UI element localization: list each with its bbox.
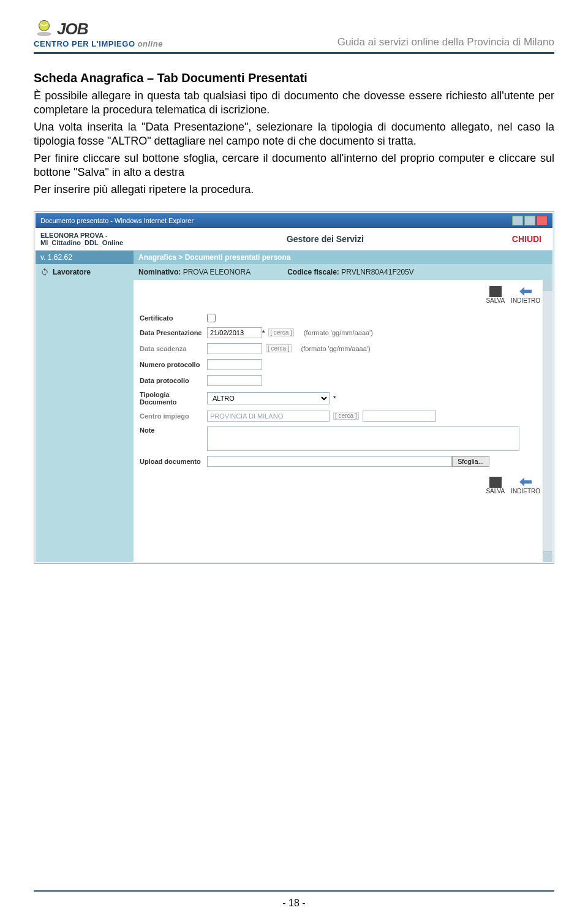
paragraph-2: Una volta inserita la "Data Presentazion… <box>34 120 554 148</box>
data-protocollo-input[interactable] <box>207 375 262 386</box>
close-icon[interactable] <box>537 216 548 226</box>
chiudi-link[interactable]: CHIUDI <box>512 234 548 244</box>
maximize-icon[interactable] <box>524 216 535 226</box>
cerca-button-2[interactable]: [ cerca ] <box>266 344 292 352</box>
required-mark-2: * <box>333 395 336 402</box>
centro-impiego-label: Centro impiego <box>140 412 207 420</box>
required-mark: * <box>262 329 265 336</box>
paragraph-4: Per inserire più allegati ripetere la pr… <box>34 183 554 197</box>
brand-text: JOB <box>57 20 88 39</box>
minimize-icon[interactable] <box>512 216 523 226</box>
user-identity: ELEONORA PROVA - MI_Cittadino_DDL_Online <box>40 232 138 246</box>
form-panel: SALVA INDIETRO Certificato Data Presenta… <box>134 280 552 562</box>
paragraph-1: È possibile allegare in questa tab quals… <box>34 89 554 116</box>
paragraph-3: Per finire cliccare sul bottone sfoglia,… <box>34 151 554 179</box>
app-title: Gestore dei Servizi <box>138 234 512 244</box>
brand-subtext: CENTRO PER L'IMPIEGO online <box>34 39 163 48</box>
logo: JOB CENTRO PER L'IMPIEGO online <box>34 18 163 48</box>
numero-protocollo-label: Numero protocollo <box>140 361 207 368</box>
cerca-button-3[interactable]: [ cerca ] <box>333 412 359 420</box>
embedded-screenshot: Documento presentato - Windows Internet … <box>34 211 554 564</box>
sidebar <box>36 280 134 562</box>
version-label: v. 1.62.62 <box>36 251 134 264</box>
data-presentazione-label: Data Presentazione <box>140 329 207 336</box>
data-presentazione-input[interactable] <box>207 327 262 338</box>
certificato-checkbox[interactable] <box>207 314 216 322</box>
data-protocollo-label: Data protocollo <box>140 377 207 384</box>
section-title: Scheda Anagrafica – Tab Documenti Presen… <box>34 71 554 85</box>
centro-impiego-extra[interactable] <box>363 411 436 422</box>
tipologia-select[interactable]: ALTRO <box>207 392 330 404</box>
salva-button-bottom[interactable]: SALVA <box>486 477 505 495</box>
breadcrumb-row: v. 1.62.62 Anagrafica > Documenti presen… <box>36 251 552 264</box>
note-label: Note <box>140 426 207 434</box>
window-titlebar: Documento presentato - Windows Internet … <box>36 213 552 228</box>
identity-row: Lavoratore Nominativo: PROVA ELEONORA Co… <box>36 264 552 280</box>
lavoratore-tab[interactable]: Lavoratore <box>36 264 134 280</box>
tipologia-label: Tipologia Documento <box>140 391 207 406</box>
header-guide-title: Guida ai servizi online della Provincia … <box>337 36 554 48</box>
cerca-button-1[interactable]: [ cerca ] <box>268 328 294 336</box>
refresh-icon <box>40 268 49 276</box>
data-scadenza-label: Data scadenza <box>140 345 207 352</box>
salva-button-top[interactable]: SALVA <box>486 286 505 304</box>
indietro-button-top[interactable]: INDIETRO <box>511 286 540 304</box>
save-icon <box>489 477 502 488</box>
codice-fiscale-value: PRVLNR80A41F205V <box>341 268 414 276</box>
numero-protocollo-input[interactable] <box>207 359 262 370</box>
upload-path-input[interactable] <box>207 456 452 467</box>
certificato-label: Certificato <box>140 314 207 322</box>
nominativo-value: PROVA ELEONORA <box>183 268 251 276</box>
vertical-scrollbar[interactable] <box>543 280 552 562</box>
tennis-ball-icon <box>34 18 55 39</box>
save-icon <box>489 286 502 297</box>
indietro-button-bottom[interactable]: INDIETRO <box>511 477 540 495</box>
data-scadenza-input[interactable] <box>207 343 262 354</box>
page-number: - 18 - <box>282 898 305 908</box>
note-textarea[interactable] <box>207 426 519 451</box>
centro-impiego-input <box>207 411 330 422</box>
page-header: JOB CENTRO PER L'IMPIEGO online Guida ai… <box>34 18 554 54</box>
back-icon <box>519 477 532 488</box>
date-hint-1: (formato 'gg/mm/aaaa') <box>304 329 373 336</box>
date-hint-2: (formato 'gg/mm/aaaa') <box>301 345 371 352</box>
upload-label: Upload documento <box>140 458 207 465</box>
svg-point-1 <box>37 32 51 36</box>
window-title: Documento presentato - Windows Internet … <box>40 217 194 224</box>
page-footer: - 18 - <box>34 890 554 909</box>
window-buttons <box>512 216 548 226</box>
breadcrumb: Anagrafica > Documenti presentati person… <box>134 251 552 264</box>
back-icon <box>519 286 532 297</box>
app-toolbar: ELEONORA PROVA - MI_Cittadino_DDL_Online… <box>36 228 552 251</box>
sfoglia-button[interactable]: Sfoglia... <box>452 456 489 467</box>
